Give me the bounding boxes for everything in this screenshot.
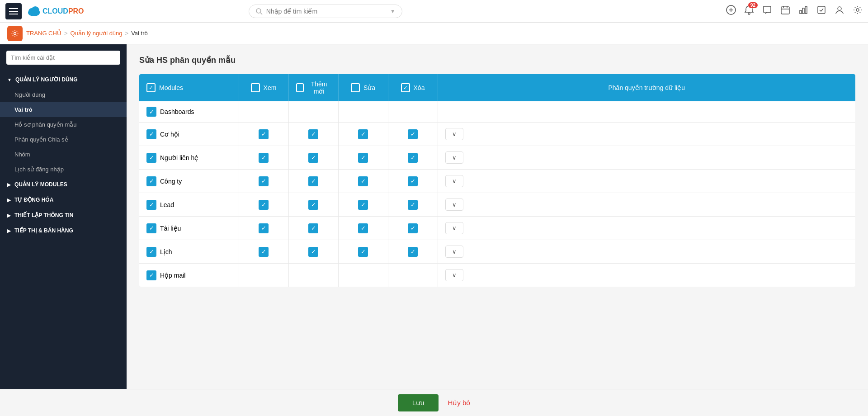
cell-them-moi-6: ✓ bbox=[288, 240, 338, 264]
breadcrumb-home[interactable]: TRANG CHỦ bbox=[26, 30, 61, 37]
field-permission-dropdown-2[interactable]: ∨ bbox=[445, 151, 463, 164]
breadcrumb-current: Vai trò bbox=[131, 30, 148, 37]
checkbox-module-2[interactable]: ✓ bbox=[146, 153, 156, 163]
svg-rect-17 bbox=[818, 6, 825, 14]
col-header-them-moi: Thêm mới bbox=[288, 74, 338, 101]
search-input[interactable] bbox=[266, 8, 387, 15]
sidebar-section-settings[interactable]: ▶ THIẾT LẬP THÔNG TIN bbox=[0, 208, 127, 223]
search-bar[interactable]: ▼ bbox=[249, 5, 402, 18]
checkbox-xem-1[interactable]: ✓ bbox=[259, 129, 269, 139]
checkbox-sua-2[interactable]: ✓ bbox=[358, 153, 368, 163]
main-content: Sửa HS phân quyền mẫu ✓ Modules Xem bbox=[127, 44, 868, 416]
sidebar-item-nguoi-dung[interactable]: Người dùng bbox=[0, 87, 127, 102]
chart-button[interactable] bbox=[798, 5, 808, 17]
sidebar-item-ho-so[interactable]: Hồ sơ phân quyền mẫu bbox=[0, 117, 127, 132]
checkbox-module-5[interactable]: ✓ bbox=[146, 223, 156, 233]
checkbox-them-moi-4[interactable]: ✓ bbox=[308, 200, 318, 210]
checkbox-xem-5[interactable]: ✓ bbox=[259, 223, 269, 233]
checkbox-xem-6[interactable]: ✓ bbox=[259, 247, 269, 257]
field-permission-dropdown-4[interactable]: ∨ bbox=[445, 199, 463, 211]
checkbox-them-moi-1[interactable]: ✓ bbox=[308, 129, 318, 139]
field-permission-dropdown-1[interactable]: ∨ bbox=[445, 128, 463, 140]
notification-button[interactable]: 92 bbox=[744, 5, 754, 17]
checkbox-modules-all[interactable]: ✓ bbox=[146, 83, 156, 92]
calendar-button[interactable] bbox=[780, 5, 790, 17]
checkbox-sua-4[interactable]: ✓ bbox=[358, 200, 368, 210]
table-body: ✓ Dashboards ✓ Cơ hội ✓ ✓ bbox=[139, 101, 855, 287]
tasks-button[interactable] bbox=[816, 5, 826, 17]
checkbox-xoa-all[interactable]: ✓ bbox=[401, 83, 410, 92]
checkbox-xem-2[interactable]: ✓ bbox=[259, 153, 269, 163]
add-button[interactable] bbox=[726, 5, 736, 17]
checkbox-xoa-3[interactable]: ✓ bbox=[408, 176, 418, 186]
checkbox-module-3[interactable]: ✓ bbox=[146, 176, 156, 186]
chevron-right-icon-4: ▶ bbox=[7, 228, 11, 233]
field-permission-dropdown-6[interactable]: ∨ bbox=[445, 246, 463, 258]
settings-button[interactable] bbox=[853, 5, 863, 17]
hamburger-button[interactable] bbox=[5, 3, 22, 19]
checkbox-sua-all[interactable] bbox=[351, 83, 360, 92]
chat-button[interactable] bbox=[762, 5, 772, 17]
checkbox-xoa-2[interactable]: ✓ bbox=[408, 153, 418, 163]
checkbox-module-6[interactable]: ✓ bbox=[146, 247, 156, 257]
checkbox-sua-1[interactable]: ✓ bbox=[358, 129, 368, 139]
sidebar-item-phan-quyen[interactable]: Phân quyền Chia sẻ bbox=[0, 132, 127, 147]
checkbox-them-moi-2[interactable]: ✓ bbox=[308, 153, 318, 163]
sidebar-item-nhom[interactable]: Nhóm bbox=[0, 147, 127, 162]
svg-point-3 bbox=[34, 9, 40, 15]
checkbox-xoa-4[interactable]: ✓ bbox=[408, 200, 418, 210]
cell-xem-0 bbox=[239, 101, 288, 123]
checkbox-module-7[interactable]: ✓ bbox=[146, 270, 156, 280]
col-label-xem: Xem bbox=[264, 84, 277, 91]
sidebar-item-vai-tro[interactable]: Vai trò bbox=[0, 102, 127, 117]
checkbox-them-moi-all[interactable] bbox=[296, 83, 304, 92]
checkbox-xem-3[interactable]: ✓ bbox=[259, 176, 269, 186]
checkbox-them-moi-6[interactable]: ✓ bbox=[308, 247, 318, 257]
cell-phan-quyen-6: ∨ bbox=[438, 240, 855, 264]
cell-xoa-4: ✓ bbox=[388, 193, 438, 217]
sidebar-section-modules[interactable]: ▶ QUẢN LÝ MODULES bbox=[0, 177, 127, 192]
checkbox-them-moi-5[interactable]: ✓ bbox=[308, 223, 318, 233]
cell-module-6: ✓ Lịch bbox=[139, 240, 239, 264]
cell-them-moi-2: ✓ bbox=[288, 146, 338, 170]
cell-xoa-2: ✓ bbox=[388, 146, 438, 170]
checkbox-them-moi-3[interactable]: ✓ bbox=[308, 176, 318, 186]
svg-rect-16 bbox=[805, 6, 807, 14]
checkbox-xem-4[interactable]: ✓ bbox=[259, 200, 269, 210]
svg-rect-14 bbox=[800, 10, 802, 14]
col-header-xem: Xem bbox=[239, 74, 288, 101]
cell-sua-7 bbox=[338, 264, 388, 287]
checkbox-module-0[interactable]: ✓ bbox=[146, 107, 156, 117]
user-button[interactable] bbox=[835, 5, 844, 17]
sidebar-section-automation-label: TỰ ĐỘNG HÓA bbox=[14, 197, 53, 203]
cancel-button[interactable]: Hủy bỏ bbox=[448, 399, 470, 407]
cell-phan-quyen-0 bbox=[438, 101, 855, 123]
save-button[interactable]: Lưu bbox=[398, 394, 439, 411]
checkbox-sua-3[interactable]: ✓ bbox=[358, 176, 368, 186]
table-row: ✓ Cơ hội ✓ ✓ ✓ ✓ ∨ bbox=[139, 123, 855, 146]
checkbox-xoa-6[interactable]: ✓ bbox=[408, 247, 418, 257]
cell-phan-quyen-3: ∨ bbox=[438, 170, 855, 193]
logo-pro: PRO bbox=[68, 7, 84, 15]
sidebar-section-users-header[interactable]: ▼ QUẢN LÝ NGƯỜI DÙNG bbox=[7, 74, 119, 85]
checkbox-sua-6[interactable]: ✓ bbox=[358, 247, 368, 257]
sidebar-search-input[interactable] bbox=[6, 51, 120, 65]
checkbox-module-4[interactable]: ✓ bbox=[146, 200, 156, 210]
checkbox-xem-all[interactable] bbox=[251, 83, 260, 92]
sidebar-section-automation[interactable]: ▶ TỰ ĐỘNG HÓA bbox=[0, 192, 127, 208]
field-permission-dropdown-5[interactable]: ∨ bbox=[445, 222, 463, 234]
field-permission-dropdown-7[interactable]: ∨ bbox=[445, 269, 463, 281]
sidebar: ▼ QUẢN LÝ NGƯỜI DÙNG Người dùng Vai trò … bbox=[0, 44, 127, 416]
checkbox-xoa-1[interactable]: ✓ bbox=[408, 129, 418, 139]
checkbox-module-1[interactable]: ✓ bbox=[146, 129, 156, 139]
svg-point-19 bbox=[856, 9, 859, 11]
sidebar-item-lich-su[interactable]: Lịch sử đăng nhập bbox=[0, 162, 127, 177]
checkbox-sua-5[interactable]: ✓ bbox=[358, 223, 368, 233]
cell-them-moi-0 bbox=[288, 101, 338, 123]
cell-xem-7 bbox=[239, 264, 288, 287]
field-permission-dropdown-3[interactable]: ∨ bbox=[445, 175, 463, 187]
breadcrumb-section[interactable]: Quản lý người dùng bbox=[70, 30, 122, 37]
checkbox-xoa-5[interactable]: ✓ bbox=[408, 223, 418, 233]
cell-sua-5: ✓ bbox=[338, 217, 388, 240]
sidebar-section-marketing[interactable]: ▶ TIẾP THỊ & BÁN HÀNG bbox=[0, 223, 127, 238]
